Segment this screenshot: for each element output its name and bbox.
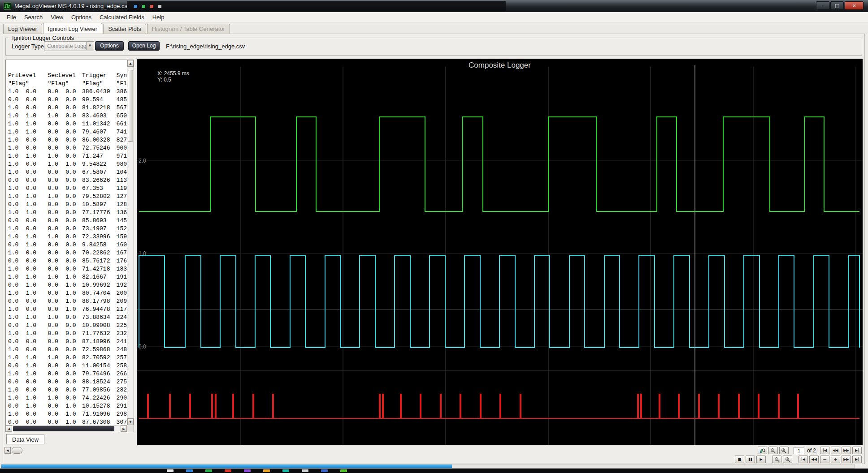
open-log-button[interactable]: Open Log [128, 41, 160, 51]
skip-end-button[interactable]: ▶| [852, 456, 862, 463]
scrollbar-corner [127, 425, 134, 432]
table-row: 1.00.01.01.09.54822980 [8, 160, 127, 168]
stop-button[interactable]: ■ [735, 456, 744, 463]
table-rows: 1.00.00.00.0386.04393860.00.00.00.099.59… [8, 88, 127, 425]
cursor-y-value: Y: 0.5 [157, 77, 189, 83]
play-button[interactable]: ▶ [756, 456, 766, 463]
taskbar-icon[interactable] [321, 469, 328, 472]
taskbar-icon[interactable] [244, 469, 251, 472]
table-row: 1.00.00.00.072.59868248 [8, 346, 127, 354]
first-page-button[interactable]: |◀ [820, 447, 829, 454]
horizontal-scrollbar[interactable] [1, 464, 855, 469]
tab-data-view[interactable]: Data View [6, 434, 44, 444]
svg-text:2.0: 2.0 [139, 158, 146, 164]
skip-start-button[interactable]: |◀ [799, 456, 808, 463]
scroll-left-icon[interactable]: ◀ [4, 447, 11, 454]
bottom-left-scrollbar[interactable]: ◀ [4, 447, 22, 454]
chevron-down-icon[interactable]: ▼ [86, 42, 93, 50]
title-bar[interactable]: MegaLogViewer MS 4.0.19 - rising_edge.cs… [0, 0, 868, 12]
zoom-in-icon[interactable] [783, 456, 792, 463]
waveform-svg[interactable]: 2.01.00.0 [137, 59, 863, 445]
taskbar-icon[interactable] [205, 469, 212, 472]
tab-ignition-log-viewer[interactable]: Ignition Log Viewer [43, 23, 102, 34]
step-forward-button[interactable]: + [831, 456, 840, 463]
zoom-in-icon[interactable] [779, 447, 789, 454]
last-page-button[interactable]: ▶| [852, 447, 862, 454]
maximize-button[interactable]: □ [830, 1, 844, 10]
table-row: 0.01.00.00.09.84258160 [8, 241, 127, 249]
menu-calculated-fields[interactable]: Calculated Fields [95, 13, 148, 22]
taskbar-icon[interactable] [225, 469, 231, 472]
menu-search[interactable]: Search [20, 13, 47, 22]
menu-options[interactable]: Options [67, 13, 95, 22]
window-controls: – □ × [816, 1, 864, 10]
composite-logger-chart[interactable]: 2.01.00.0 Composite Logger X: 2455.9 ms … [137, 59, 863, 445]
logger-type-select[interactable]: Composite Logger ▼ [44, 41, 94, 51]
pause-button[interactable]: ▮▮ [746, 456, 755, 463]
table-row: 1.00.00.01.071.91096298 [8, 410, 127, 418]
table-row: 0.00.00.01.087.67308307 [8, 418, 127, 425]
table-row: 0.00.00.00.085.76172176 [8, 257, 127, 265]
taskbar-icon[interactable] [186, 469, 193, 472]
scroll-down-icon[interactable]: ▼ [127, 418, 134, 425]
zoom-region-icon[interactable] [758, 447, 767, 454]
scroll-left-icon[interactable]: ◀ [6, 426, 12, 432]
scroll-right-icon[interactable]: ▶ [121, 426, 127, 432]
chart-toolbar-row-1: of 2 |◀ ◀◀ ▶▶ ▶| [758, 447, 862, 454]
menu-help[interactable]: Help [148, 13, 169, 22]
table-header-row: PriLevel SecLevel Trigger Syn [8, 72, 127, 80]
logger-type-label: Logger Type: [12, 43, 46, 50]
table-row: 0.00.00.00.099.594485 [8, 96, 127, 104]
column-header: Trigger [82, 72, 117, 80]
title-bar-inset [127, 1, 506, 11]
taskbar-icon[interactable] [340, 469, 347, 472]
table-row: 0.00.00.00.085.8693145 [8, 217, 127, 225]
column-header: PriLevel [8, 72, 48, 80]
close-button[interactable]: × [845, 1, 864, 10]
table-row: 1.01.00.00.071.77632232 [8, 330, 127, 338]
horizontal-scrollbar-thumb[interactable] [1, 464, 452, 468]
table-row: 1.01.01.00.082.70592257 [8, 354, 127, 362]
horizontal-table-scrollbar-thumb[interactable] [13, 426, 114, 431]
vertical-scrollbar-thumb[interactable] [128, 70, 133, 142]
prev-page-button[interactable]: ◀◀ [831, 447, 840, 454]
table-row: 1.01.00.00.079.4607741 [8, 128, 127, 136]
thumbnail-speck [158, 5, 161, 8]
table-row: 1.01.00.00.011.01342661 [8, 120, 127, 128]
taskbar-icon[interactable] [282, 469, 289, 472]
table-row: 1.00.00.00.0386.0439386 [8, 88, 127, 96]
page-number-input[interactable] [794, 447, 804, 454]
tab-log-viewer[interactable]: Log Viewer [3, 24, 42, 34]
options-button[interactable]: Options [95, 41, 124, 51]
table-row: 1.01.00.01.080.74704200 [8, 289, 127, 297]
loaded-file-path: F:\rising_edge\rising_edge.csv [166, 43, 245, 50]
chart-toolbar-row-2: ■ ▮▮ ▶ |◀ ◀◀ − + ▶▶ ▶| [735, 456, 862, 463]
taskbar-icon[interactable] [263, 469, 270, 472]
taskbar [0, 469, 868, 473]
column-subheader: "Flag" [8, 80, 48, 88]
table-row: 1.00.00.00.067.5807104 [8, 168, 127, 176]
scroll-up-icon[interactable]: ▲ [127, 60, 134, 67]
next-page-button[interactable]: ▶▶ [842, 447, 851, 454]
menu-file[interactable]: File [3, 13, 20, 22]
menu-view[interactable]: View [47, 13, 67, 22]
table-row: 1.01.01.00.083.4603650 [8, 112, 127, 120]
cursor-x-value: X: 2455.9 ms [157, 70, 189, 77]
bottom-left-scrollbar-thumb[interactable] [12, 447, 22, 454]
taskbar-icon[interactable] [167, 469, 174, 472]
column-header: SecLevel [48, 72, 82, 80]
zoom-out-icon[interactable] [768, 447, 778, 454]
fast-forward-button[interactable]: ▶▶ [842, 456, 851, 463]
zoom-out-icon[interactable] [772, 456, 781, 463]
table-row: 0.01.00.00.010.5897128 [8, 201, 127, 209]
taskbar-icon[interactable] [302, 469, 308, 472]
rewind-button[interactable]: ◀◀ [809, 456, 819, 463]
thumbnail-speck [150, 5, 153, 8]
horizontal-table-scrollbar[interactable]: ◀ ▶ [6, 425, 127, 432]
table-row: 1.01.01.00.073.88634224 [8, 314, 127, 322]
minimize-button[interactable]: – [816, 1, 829, 10]
vertical-scrollbar[interactable]: ▲ ▼ [127, 60, 134, 425]
step-back-button[interactable]: − [820, 456, 829, 463]
tab-scatter-plots[interactable]: Scatter Plots [103, 24, 146, 34]
table-body: PriLevel SecLevel Trigger Syn "Flag" "Fl… [6, 60, 127, 425]
